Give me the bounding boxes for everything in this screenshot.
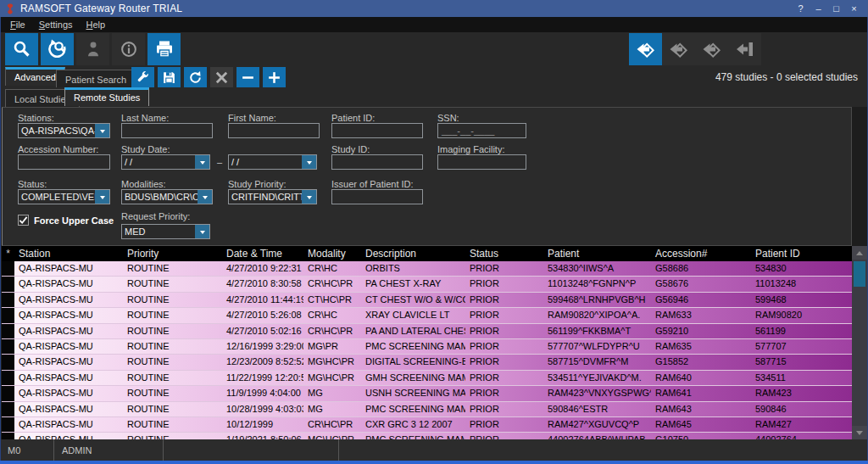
status-cell: PRIOR (465, 308, 543, 322)
table-row[interactable]: QA-RISPACS-MU ROUTINE 11/9/1999 4:04:00 … (2, 386, 852, 401)
scrollbar-thumb[interactable] (854, 261, 865, 287)
accession-cell: RAM643 (651, 402, 751, 416)
study-priority-label: Study Priority: (228, 179, 286, 189)
station-cell: QA-RISPACS-MU (14, 386, 123, 400)
modality-cell: MG\HC\PR (303, 433, 361, 439)
row-marker-cell (2, 277, 14, 291)
date-time-cell: 4/27/2010 5:26:08 PM (222, 308, 303, 322)
table-row[interactable]: QA-RISPACS-MU ROUTINE 4/27/2010 5:26:08 … (2, 308, 852, 323)
table-row[interactable]: QA-RISPACS-MU ROUTINE 1/19/2021 8:50:06 … (2, 433, 852, 439)
accession-cell: G10750 (651, 433, 751, 439)
menu-help[interactable]: Help (80, 18, 113, 31)
column-header-status[interactable]: Status (465, 246, 543, 261)
column-header-accession[interactable]: Accession# (651, 246, 751, 261)
minus-button[interactable] (236, 67, 259, 88)
force-upper-case-checkbox[interactable]: Force Upper Case (18, 215, 114, 226)
patient-cell: RAM90820^XIPOA^A. (543, 308, 651, 322)
modalities-select[interactable]: BDUS\BMD\CR\CT\I (121, 189, 213, 204)
row-marker-cell (2, 324, 14, 338)
description-cell: USNH SCREENING MAMMO SC... (361, 386, 465, 400)
last-name-input[interactable] (121, 123, 213, 138)
row-marker-cell (2, 433, 14, 439)
scroll-up-icon[interactable] (852, 246, 867, 260)
plus-button[interactable] (263, 67, 286, 88)
studies-table-header: * Station Priority Date & Time Modality … (2, 246, 852, 261)
maximize-button[interactable]: □ (829, 2, 843, 15)
chevron-down-icon[interactable] (95, 190, 109, 204)
description-cell: PMC SCREENING MAMMO SCN... (361, 433, 465, 439)
status-section-user: ADMIN (54, 439, 164, 461)
first-name-input[interactable] (228, 123, 320, 138)
study-priority-select[interactable]: CRITFIND\CRITTEST (228, 189, 317, 204)
column-header-date-time[interactable]: Date & Time (222, 246, 303, 261)
tools-button[interactable] (131, 67, 154, 88)
chevron-down-icon[interactable] (95, 124, 109, 137)
stations-select[interactable]: QA-RISPACS\QA-RI (18, 123, 110, 138)
study-id-input[interactable] (331, 154, 423, 170)
window-left-border (0, 17, 1, 461)
chevron-down-icon[interactable] (302, 190, 316, 204)
table-row[interactable]: QA-RISPACS-MU ROUTINE 4/27/2010 8:30:58 … (2, 277, 852, 292)
study-date-to-select[interactable]: / / (228, 154, 317, 170)
patient-cell: RAM427^XGUVCQ^P (543, 417, 651, 432)
ssn-input[interactable]: ___-__-____ (437, 123, 526, 138)
menu-file[interactable]: File (3, 18, 32, 31)
accession-number-input[interactable] (18, 154, 110, 170)
column-header-patient[interactable]: Patient (543, 246, 651, 261)
status-bar: M0 ADMIN (0, 439, 868, 461)
description-cell: CT CHEST W/O & W/CONTRAST (361, 293, 465, 307)
route-study-button[interactable] (629, 33, 662, 65)
patient-cell: 534511^YEJIVAKD^M. (543, 371, 651, 385)
column-header-station[interactable]: Station (14, 246, 123, 261)
app-icon (5, 3, 15, 14)
search-button[interactable] (5, 33, 38, 65)
request-priority-select[interactable]: MED (121, 224, 210, 239)
issuer-of-patient-id-input[interactable] (331, 189, 423, 204)
row-marker-cell (2, 293, 14, 307)
chevron-down-icon[interactable] (195, 225, 209, 238)
column-header-description[interactable]: Description (361, 246, 465, 261)
table-row[interactable]: QA-RISPACS-MU ROUTINE 10/12/1999 CR\HC\P… (2, 417, 852, 433)
column-header-priority[interactable]: Priority (123, 246, 222, 261)
priority-cell: ROUTINE (123, 324, 222, 338)
print-button[interactable] (147, 33, 181, 65)
save-button[interactable] (158, 67, 181, 88)
table-row[interactable]: QA-RISPACS-MU ROUTINE 12/23/2009 8:52:52… (2, 355, 852, 370)
table-row[interactable]: QA-RISPACS-MU ROUTINE 11/22/1999 12:20:5… (2, 371, 852, 386)
study-date-from-select[interactable]: / / (121, 154, 210, 170)
close-button[interactable]: × (847, 2, 861, 15)
table-row[interactable]: QA-RISPACS-MU ROUTINE 4/27/2010 5:02:16 … (2, 324, 852, 339)
description-cell: PMC SCREENING MAMMO SCN... (361, 402, 465, 416)
search-again-button[interactable] (41, 33, 74, 65)
tab-patient-search[interactable]: Patient Search (56, 70, 136, 88)
table-row[interactable]: QA-RISPACS-MU ROUTINE 4/27/2010 9:22:31 … (2, 261, 852, 277)
date-range-separator: – (217, 157, 222, 167)
tab-row-main: Advanced Patient Search (0, 66, 868, 87)
patient-id-cell: RAM423 (751, 386, 852, 400)
date-time-cell: 10/28/1999 4:03:03 PM (222, 402, 303, 416)
minimize-button[interactable]: – (811, 2, 826, 15)
imaging-facility-input[interactable] (437, 154, 526, 170)
chevron-down-icon[interactable] (302, 155, 316, 169)
patient-id-input[interactable] (331, 123, 423, 138)
table-vertical-scrollbar[interactable] (852, 246, 867, 439)
tab-remote-studies[interactable]: Remote Studies (64, 87, 149, 106)
table-row[interactable]: QA-RISPACS-MU ROUTINE 12/16/1999 3:29:00… (2, 339, 852, 355)
chevron-down-icon[interactable] (198, 190, 212, 204)
menu-settings[interactable]: Settings (32, 18, 80, 31)
scroll-down-icon[interactable] (852, 426, 867, 439)
help-button[interactable]: ? (793, 2, 808, 15)
column-header-patient-id[interactable]: Patient ID (751, 246, 852, 261)
patient-id-cell: 561199 (751, 324, 852, 338)
refresh-button[interactable] (184, 67, 207, 88)
column-header-marker[interactable]: * (2, 246, 14, 261)
column-header-modality[interactable]: Modality (303, 246, 361, 261)
status-select[interactable]: COMPLETED\VERIFI (18, 189, 110, 204)
description-cell: DIGITAL SCREENING-BILATER... (361, 355, 465, 369)
table-row[interactable]: QA-RISPACS-MU ROUTINE 10/28/1999 4:03:03… (2, 402, 852, 417)
checkbox-check-icon[interactable] (18, 215, 29, 226)
table-row[interactable]: QA-RISPACS-MU ROUTINE 4/27/2010 11:44:19… (2, 293, 852, 308)
status-cell: PRIOR (465, 261, 543, 276)
chevron-down-icon[interactable] (195, 155, 209, 169)
description-cell: PA CHEST X-RAY (361, 277, 465, 291)
